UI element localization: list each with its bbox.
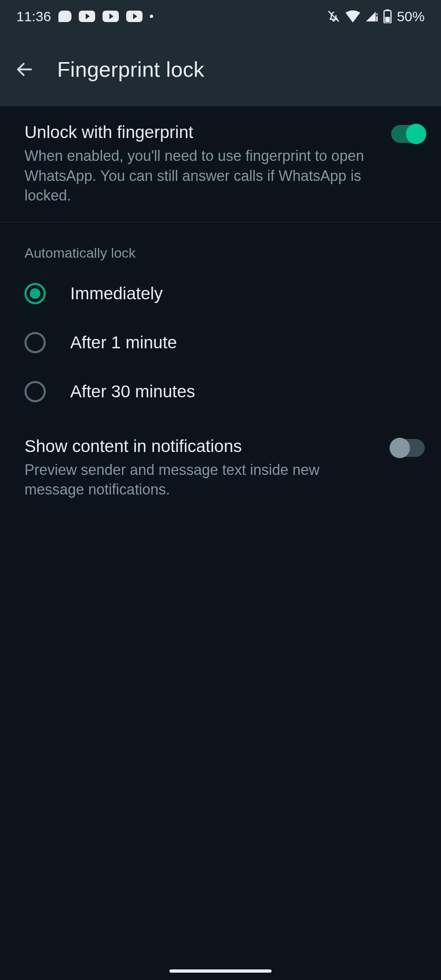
unlock-fingerprint-toggle[interactable]	[391, 125, 425, 143]
battery-percentage: 50%	[397, 9, 425, 24]
svg-rect-1	[376, 16, 378, 22]
dnd-off-icon	[327, 9, 341, 23]
show-content-title: Show content in notifications	[24, 437, 375, 456]
show-content-toggle[interactable]	[391, 439, 425, 457]
setting-show-content[interactable]: Show content in notifications Preview se…	[0, 416, 441, 516]
youtube-icon	[126, 11, 143, 22]
battery-icon	[383, 9, 392, 23]
youtube-icon	[102, 11, 119, 22]
page-title: Fingerprint lock	[57, 57, 204, 82]
radio-icon	[24, 381, 46, 402]
content: Unlock with fingerprint When enabled, yo…	[0, 106, 441, 516]
radio-label: After 1 minute	[70, 333, 177, 352]
youtube-icon	[79, 11, 95, 22]
svg-rect-5	[385, 17, 390, 22]
back-button[interactable]	[12, 57, 37, 82]
radio-icon	[24, 332, 46, 353]
auto-lock-option-immediately[interactable]: Immediately	[0, 269, 441, 318]
auto-lock-option-30min[interactable]: After 30 minutes	[0, 367, 441, 416]
more-notifications-dot-icon	[150, 15, 153, 18]
svg-rect-2	[376, 13, 378, 16]
wifi-icon	[345, 10, 360, 22]
status-time: 11:36	[16, 9, 51, 24]
setting-unlock-fingerprint[interactable]: Unlock with fingerprint When enabled, yo…	[0, 106, 441, 222]
radio-label: Immediately	[70, 284, 163, 303]
status-right: 50%	[327, 9, 425, 24]
setting-text: Show content in notifications Preview se…	[24, 437, 375, 500]
home-indicator[interactable]	[169, 969, 272, 973]
app-bar: Fingerprint lock	[0, 33, 441, 106]
status-bar: 11:36 50%	[0, 0, 441, 33]
auto-lock-option-1min[interactable]: After 1 minute	[0, 318, 441, 367]
chat-notification-icon	[58, 11, 71, 22]
show-content-subtitle: Preview sender and message text inside n…	[24, 460, 375, 500]
status-left: 11:36	[16, 9, 153, 24]
unlock-title: Unlock with fingerprint	[24, 122, 375, 142]
unlock-subtitle: When enabled, you'll need to use fingerp…	[24, 146, 375, 206]
radio-icon	[24, 283, 46, 304]
auto-lock-header: Automatically lock	[0, 223, 441, 269]
radio-label: After 30 minutes	[70, 382, 195, 401]
cellular-signal-icon	[365, 10, 378, 22]
setting-text: Unlock with fingerprint When enabled, yo…	[24, 122, 375, 206]
